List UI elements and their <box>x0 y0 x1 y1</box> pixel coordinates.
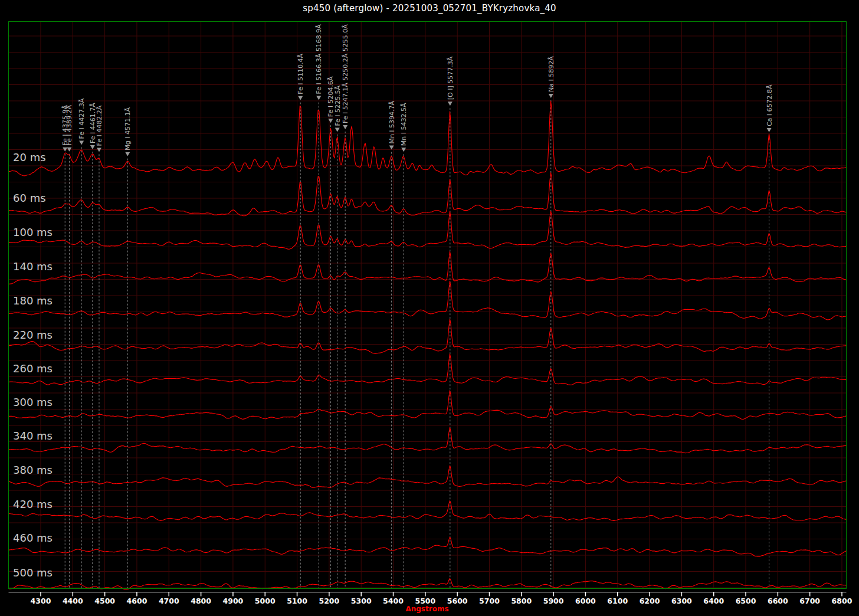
peak-marker-icon <box>90 145 95 149</box>
time-offset-label: 260 ms <box>13 362 53 375</box>
peak-marker-icon <box>316 96 321 100</box>
peak-marker-icon <box>343 125 347 129</box>
x-axis-tick-label: 6000 <box>575 597 596 605</box>
peak-marker-icon <box>125 152 130 156</box>
spectral-line-label: Fe I 5110.4Å <box>297 53 304 94</box>
x-axis-tick-label: 4900 <box>223 597 244 605</box>
x-axis-tick-label: 4300 <box>31 597 51 605</box>
spectrum-plot: 20 ms60 ms100 ms140 ms180 ms220 ms260 ms… <box>0 0 859 616</box>
x-axis-tick-label: 5300 <box>351 597 372 605</box>
spectral-line-label: Ca I 6572.8Å <box>766 84 773 126</box>
peak-marker-icon <box>448 101 453 106</box>
x-axis-tick-label: 4700 <box>159 597 179 605</box>
x-axis-tick-label: 5900 <box>543 597 564 605</box>
time-offset-label: 300 ms <box>13 396 53 408</box>
x-axis-tick-label: 5400 <box>383 597 404 605</box>
spectral-line-label: Fe I 5166.3Å 5168.9Å <box>315 24 323 94</box>
spectrum-trace-180ms <box>9 281 847 320</box>
time-offset-label: 100 ms <box>13 226 53 238</box>
x-axis-tick-label: 4400 <box>63 597 83 605</box>
spectral-line-label: Fe I 5247.1Å 5250.2Å 5255.0Å <box>342 24 349 123</box>
spectrum-trace-340ms <box>9 427 847 453</box>
spectrum-trace-380ms <box>9 466 847 487</box>
spectral-line-label: Mg I 4571.1Å <box>124 107 132 150</box>
x-axis-tick-label: 5200 <box>319 597 339 605</box>
x-axis-tick-label: 6600 <box>768 597 788 605</box>
time-offset-label: 20 ms <box>13 151 46 163</box>
spectral-line-label: [O I] 5577.3Å <box>447 56 454 100</box>
x-axis-tick-label: 5700 <box>479 597 500 605</box>
x-axis-tick-label: 6400 <box>703 597 724 605</box>
x-axis-tick-label: 5100 <box>287 597 307 605</box>
time-offset-label: 380 ms <box>13 464 53 476</box>
spectrum-trace-100ms <box>9 211 847 249</box>
x-axis-tick-label: 6100 <box>607 597 628 605</box>
x-axis-tick-label: 6200 <box>640 597 660 605</box>
spectral-line-label: Fe I 4482.2Å <box>96 105 103 146</box>
spectral-line-label: Na I 5892Å <box>547 56 555 92</box>
spectrum-trace-300ms <box>9 391 847 420</box>
spectral-line-label: Mn I 5394.7Å <box>388 100 396 143</box>
time-offset-label: 220 ms <box>13 329 53 341</box>
x-axis-tick-label: 6700 <box>799 597 820 605</box>
x-axis-label: Angstroms <box>8 605 846 613</box>
spectrum-trace-60ms <box>9 173 847 216</box>
time-offset-label: 340 ms <box>13 430 53 442</box>
time-offset-label: 500 ms <box>13 566 53 579</box>
peak-marker-icon <box>767 128 772 132</box>
x-axis-tick-label: 4800 <box>191 597 211 605</box>
x-axis: 4300440045004600470048004900500051005200… <box>9 592 853 606</box>
spectral-line-label: Fe I 4427.3Å <box>78 98 86 139</box>
spectrum-traces: 20 ms60 ms100 ms140 ms180 ms220 ms260 ms… <box>9 101 847 589</box>
spectrum-viewer-window: sp450 (afterglow) - 20251003_052701_BYKr… <box>0 0 859 616</box>
x-axis-tick-label: 5000 <box>255 597 276 605</box>
x-axis-tick-label: 4600 <box>127 597 147 605</box>
x-axis-tick-label: 4500 <box>94 597 115 605</box>
spectrum-trace-260ms <box>9 354 847 385</box>
time-offset-label: 460 ms <box>13 532 53 544</box>
peak-marker-icon <box>549 94 553 98</box>
grid <box>9 22 847 589</box>
annotation-labels: Fe I 4375.9ÅFe I 4389.2ÅFe I 4427.3ÅFe I… <box>61 24 773 156</box>
x-axis-tick-label: 6300 <box>671 597 692 605</box>
time-offset-label: 180 ms <box>13 294 53 307</box>
peak-marker-icon <box>335 128 340 132</box>
time-offset-label: 140 ms <box>13 260 53 273</box>
x-axis-tick-label: 5800 <box>511 597 532 605</box>
plot-border <box>9 22 847 589</box>
spectral-line-label: Fe I 5225.5Å <box>334 85 342 126</box>
spectral-line-label: Fe I 4389.2Å <box>65 105 73 146</box>
time-offset-label: 60 ms <box>13 192 46 204</box>
peak-marker-icon <box>298 96 303 100</box>
x-axis-tick-label: 5600 <box>447 597 468 605</box>
spectral-line-label: Mn I 5432.5Å <box>400 103 408 146</box>
x-axis-tick-label: 6800 <box>832 597 853 605</box>
spectrum-trace-20ms <box>9 101 847 176</box>
x-axis-tick-label: 5500 <box>415 597 435 605</box>
spectrum-trace-220ms <box>9 319 847 353</box>
x-axis-tick-label: 6500 <box>736 597 756 605</box>
time-offset-label: 420 ms <box>13 498 53 510</box>
spectrum-trace-460ms <box>9 537 847 556</box>
spectrum-trace-420ms <box>9 501 847 521</box>
peak-marker-icon <box>79 140 84 145</box>
